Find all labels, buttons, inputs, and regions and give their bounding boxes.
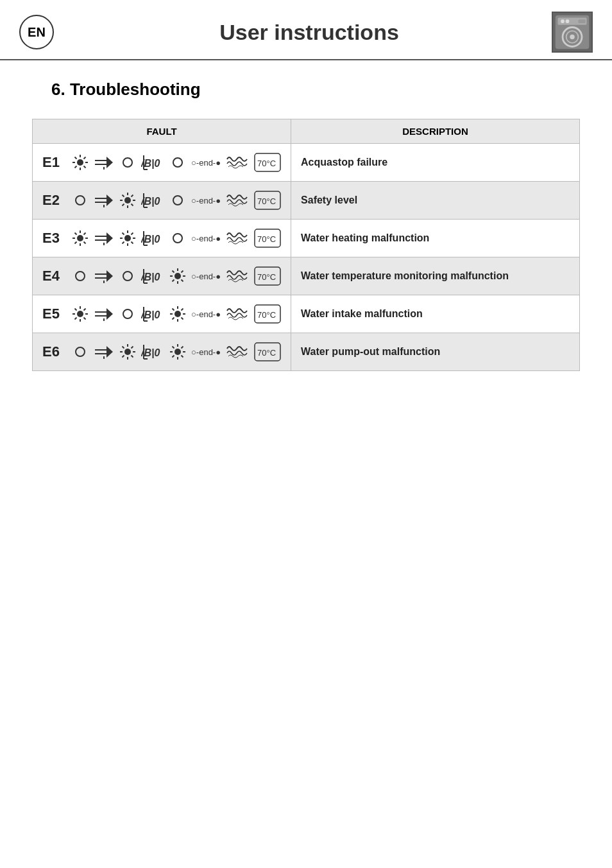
- svg-line-97: [182, 271, 183, 273]
- fault-icons: /B|0 ○-end-● 70°C: [72, 153, 281, 172]
- arrow-icon: [95, 155, 113, 169]
- fault-icons: /B|0 ○-end-● 70°C: [72, 191, 281, 210]
- description-cell: Acquastop failure: [291, 144, 580, 182]
- svg-marker-62: [106, 232, 113, 244]
- svg-text:/B|0: /B|0: [141, 196, 160, 207]
- svg-line-127: [173, 318, 174, 320]
- svg-point-90: [174, 273, 181, 279]
- svg-line-72: [123, 242, 124, 244]
- svg-rect-8: [578, 19, 585, 23]
- fault-cell: E4 /B|0: [33, 257, 291, 295]
- svg-line-107: [84, 318, 86, 320]
- svg-text:70°C: 70°C: [257, 272, 276, 282]
- error-code: E5: [42, 306, 67, 322]
- icon2: [119, 343, 136, 360]
- svg-point-77: [173, 234, 182, 243]
- fault-table: FAULT DESCRIPTION E1: [32, 119, 580, 371]
- svg-line-57: [84, 242, 86, 244]
- page-title: User instructions: [73, 20, 545, 45]
- icon2: [119, 268, 136, 284]
- temp70-icon: 70°C: [254, 229, 281, 248]
- error-code: E2: [42, 192, 67, 209]
- svg-text:70°C: 70°C: [257, 196, 276, 206]
- svg-line-17: [75, 166, 77, 168]
- svg-point-148: [174, 349, 181, 355]
- svg-line-42: [132, 195, 133, 197]
- description-cell: Water pump-out malfunction: [291, 333, 580, 371]
- error-code: E4: [42, 268, 67, 284]
- temp70-icon: 70°C: [254, 304, 281, 324]
- end-dot-icon: ○-end-●: [191, 158, 221, 168]
- icon3: [169, 192, 186, 209]
- svg-line-142: [132, 347, 133, 349]
- svg-line-14: [75, 157, 77, 159]
- svg-text:70°C: 70°C: [257, 348, 276, 358]
- icon3: [169, 343, 186, 360]
- table-row: E2 /B|0: [33, 182, 580, 220]
- icon2: [119, 306, 136, 322]
- error-code: E1: [42, 154, 67, 171]
- icon1: [72, 154, 89, 171]
- description-cell: Water temperature monitoring malfunction: [291, 257, 580, 295]
- svg-point-114: [123, 309, 132, 318]
- svg-line-16: [84, 157, 86, 159]
- svg-point-5: [570, 35, 575, 40]
- language-badge: EN: [19, 15, 54, 49]
- svg-marker-133: [106, 346, 113, 358]
- svg-line-154: [182, 356, 183, 358]
- main-content: 6. Troubleshooting FAULT DESCRIPTION E1: [0, 60, 612, 390]
- svg-line-156: [173, 356, 174, 358]
- fault-icons: /B|0 ○-end-● 70°C: [72, 266, 281, 286]
- arrow-icon: [95, 307, 113, 321]
- svg-line-70: [132, 242, 133, 244]
- svg-text:70°C: 70°C: [257, 159, 276, 168]
- end-dot-icon: ○-end-●: [191, 272, 221, 281]
- svg-line-69: [123, 233, 124, 235]
- description-column-header: DESCRIPTION: [291, 119, 580, 144]
- svg-point-9: [77, 159, 83, 166]
- svg-line-143: [123, 356, 124, 358]
- svg-text:70°C: 70°C: [257, 234, 276, 244]
- svg-point-130: [76, 347, 85, 356]
- svg-line-58: [84, 233, 86, 235]
- svg-marker-112: [106, 308, 113, 320]
- svg-text:/B|0: /B|0: [141, 234, 160, 245]
- table-row: E4 /B|0: [33, 257, 580, 295]
- svg-line-108: [84, 309, 86, 311]
- svg-line-141: [132, 356, 133, 358]
- temp70-icon: 70°C: [254, 153, 281, 172]
- icon1: [72, 306, 89, 322]
- fault-icons: /B|0 ○-end-● 70°C: [72, 304, 281, 324]
- svg-point-35: [124, 197, 131, 204]
- svg-point-7: [566, 19, 570, 23]
- svg-point-51: [77, 235, 83, 241]
- b10-icon: /B|0: [141, 154, 164, 171]
- brand-logo: [552, 12, 593, 53]
- svg-line-40: [123, 195, 124, 197]
- svg-line-153: [173, 347, 174, 349]
- wave-icon: [226, 268, 249, 284]
- temp70-icon: 70°C: [254, 191, 281, 210]
- table-row: E6 /B|0: [33, 333, 580, 371]
- svg-line-98: [173, 280, 174, 282]
- icon3: [169, 230, 186, 247]
- svg-text:/B|0: /B|0: [141, 272, 160, 282]
- wave-icon: [226, 230, 249, 247]
- svg-line-56: [75, 233, 77, 235]
- description-cell: Safety level: [291, 182, 580, 220]
- icon1: [72, 268, 89, 284]
- svg-point-30: [76, 196, 85, 205]
- arrow-icon: [95, 345, 113, 359]
- b10-icon: /B|0: [141, 268, 164, 284]
- icon2: [119, 230, 136, 247]
- svg-marker-83: [106, 270, 113, 282]
- description-cell: Water intake malfunction: [291, 295, 580, 333]
- svg-point-22: [123, 158, 132, 167]
- section-title: 6. Troubleshooting: [51, 80, 580, 100]
- svg-marker-33: [106, 195, 113, 206]
- icon1: [72, 343, 89, 360]
- svg-point-101: [77, 311, 83, 317]
- table-row: E5 /B|0: [33, 295, 580, 333]
- end-dot-icon: ○-end-●: [191, 234, 221, 243]
- b10-icon: /B|0: [141, 230, 164, 247]
